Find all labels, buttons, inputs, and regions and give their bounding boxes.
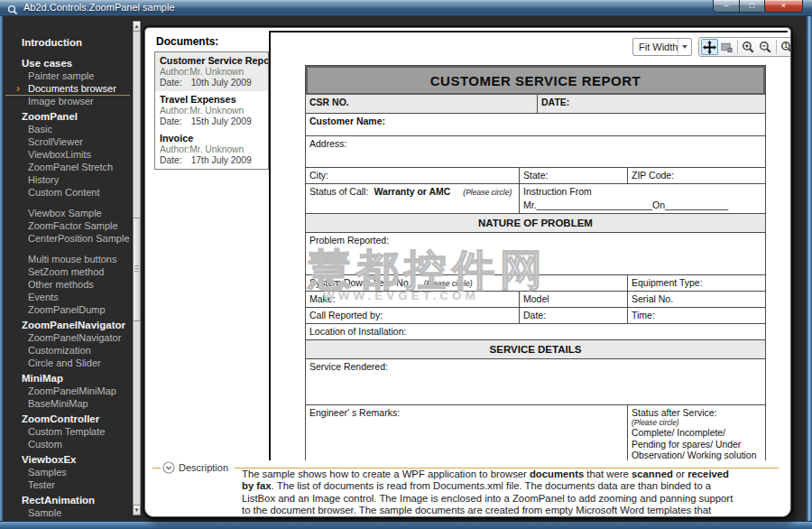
documents-listbox[interactable]: Customer Service ReportAuthor:Mr. Unknow… xyxy=(154,51,269,170)
sidebar-item-viewboxlimits[interactable]: ViewboxLimits xyxy=(5,149,130,162)
field-csr-no: CSR NO. xyxy=(306,95,538,113)
field-date-header: DATE: xyxy=(538,95,765,113)
description-divider xyxy=(152,468,161,469)
sidebar-item-zoompanelminimap[interactable]: ZoomPanelMiniMap xyxy=(5,385,130,398)
section-service-details: SERVICE DETAILS xyxy=(306,340,765,359)
sidebar-item-painter-sample[interactable]: Painter sample xyxy=(5,70,130,83)
watermark-url: WWW.EVGET.COM xyxy=(323,289,479,302)
sidebar-item-label: ZoomPanelNavigator xyxy=(22,320,125,330)
move-icon xyxy=(703,41,716,54)
zoom-toolbar: 1 xyxy=(698,37,791,57)
field-service-rendered: Service Rendered: xyxy=(306,359,765,404)
sidebar-item-setzoom-method[interactable]: SetZoom method xyxy=(5,266,130,279)
sidebar-item-label: Other methods xyxy=(28,279,94,290)
sidebar-item-label: Circle and Slider xyxy=(28,357,101,368)
combobox-dropdown[interactable] xyxy=(678,39,691,55)
sidebar-item-label: Events xyxy=(28,292,59,302)
close-button[interactable]: × xyxy=(764,0,803,13)
sidebar-item-documents-browser[interactable]: ›Documents browser xyxy=(5,83,130,96)
window-title: Ab2d.Controls.ZoomPanel sample xyxy=(23,2,175,13)
sidebar-item-label: ScrollViewer xyxy=(28,136,83,147)
rect-zoom-button[interactable] xyxy=(718,39,735,55)
document-list-item[interactable]: InvoiceAuthor:Mr. UnknownDate:17th July … xyxy=(155,130,268,169)
minimize-button[interactable]: – xyxy=(713,0,739,13)
sidebar-item-zoompaneldump[interactable]: ZoomPanelDump xyxy=(5,304,130,317)
sidebar-item-viewbox-sample[interactable]: Viewbox Sample xyxy=(5,208,130,220)
sidebar-item-multi-mouse-buttons[interactable]: Multi mouse buttons xyxy=(5,254,130,266)
sidebar-item-label: Tester xyxy=(28,479,55,490)
sidebar-scrollbar[interactable]: ▲ ▼ xyxy=(132,20,142,516)
zoom-out-button[interactable] xyxy=(757,39,774,55)
sidebar-item-minimap[interactable]: MiniMap xyxy=(5,373,130,385)
sidebar-item-label: ZoomPanelNavigator xyxy=(28,332,121,343)
document-preview[interactable]: CUSTOMER SERVICE REPORT CSR NO. DATE: Cu… xyxy=(269,31,788,460)
zoom-mode-combobox[interactable]: Fit Width xyxy=(632,38,692,56)
description-label: Description xyxy=(179,462,228,473)
sidebar-item-label: Samples xyxy=(28,467,67,478)
sidebar-item-history[interactable]: History xyxy=(5,174,130,187)
description-expander-button[interactable] xyxy=(162,461,175,474)
sidebar-item-zoomcontroller[interactable]: ZoomController xyxy=(5,413,130,426)
sidebar-item-label: ZoomPanel Stretch xyxy=(28,162,113,172)
sidebar-item-label: MiniMap xyxy=(22,373,63,384)
sidebar-item-use-cases[interactable]: Use cases xyxy=(5,58,130,70)
sidebar-item-zoompanel[interactable]: ZoomPanel xyxy=(5,111,130,124)
sidebar-item-viewboxex[interactable]: ViewboxEx xyxy=(5,454,130,467)
sidebar-item-baseminimap[interactable]: BaseMiniMap xyxy=(5,398,130,411)
description-text: The sample shows how to create a WPF app… xyxy=(242,469,734,517)
sidebar-item-zoompanelnavigator[interactable]: ZoomPanelNavigator xyxy=(5,332,130,345)
chevron-down-circle-icon xyxy=(162,461,175,474)
sidebar-item-basic[interactable]: Basic xyxy=(5,124,130,136)
sidebar-item-centerposition-sample[interactable]: CenterPosition Sample xyxy=(5,233,130,246)
field-equipment-type: Equipment Type: xyxy=(628,275,765,291)
document-author: Author:Mr. Unknown xyxy=(160,144,263,154)
scrollbar-down-icon[interactable]: ▼ xyxy=(133,505,141,515)
sidebar-item-label: ZoomFactor Sample xyxy=(28,220,118,231)
svg-text:1: 1 xyxy=(784,42,788,49)
document-list-item[interactable]: Travel ExpensesAuthor:Mr. UnknownDate:15… xyxy=(155,91,268,130)
sidebar-item-zoompanel-stretch[interactable]: ZoomPanel Stretch xyxy=(5,162,130,174)
zoom-reset-button[interactable]: 1 xyxy=(779,39,791,55)
field-date2: Date: xyxy=(520,308,628,323)
document-author: Author:Mr. Unknown xyxy=(160,106,263,116)
move-tool-button[interactable] xyxy=(701,39,718,55)
sidebar-item-rectanimation[interactable]: RectAnimation xyxy=(5,495,130,507)
zoom-in-button[interactable] xyxy=(740,39,757,55)
zoom-out-icon xyxy=(759,41,772,54)
sidebar-item-other-methods[interactable]: Other methods xyxy=(5,279,130,292)
scrollbar-up-icon[interactable]: ▲ xyxy=(133,21,141,32)
title-bar[interactable]: Ab2d.Controls.ZoomPanel sample – □ × xyxy=(0,0,812,16)
field-address: Address: xyxy=(306,136,765,167)
sidebar-item-image-browser[interactable]: Image browser xyxy=(5,96,130,108)
window-border-bottom xyxy=(0,521,812,529)
field-status-after-service: Status after Service: (Please circle) Co… xyxy=(628,405,765,460)
sidebar-item-custom-template[interactable]: Custom Template xyxy=(5,426,130,439)
sidebar-item-custom[interactable]: Custom xyxy=(5,439,130,451)
sidebar-item-zoomfactor-sample[interactable]: ZoomFactor Sample xyxy=(5,220,130,233)
sidebar-item-scrollviewer[interactable]: ScrollViewer xyxy=(5,136,130,149)
sidebar-item-samples[interactable]: Samples xyxy=(5,467,130,479)
please-circle-note: (Please circle) xyxy=(632,418,761,427)
sidebar-item-zoompanelnavigator[interactable]: ZoomPanelNavigator xyxy=(5,320,130,332)
sidebar-item-circle-and-slider[interactable]: Circle and Slider xyxy=(5,357,130,370)
sidebar-item-sample[interactable]: Sample xyxy=(5,507,130,516)
sidebar-item-label: History xyxy=(28,174,59,185)
sidebar-item-events[interactable]: Events xyxy=(5,292,130,304)
sidebar-item-customization[interactable]: Customization xyxy=(5,345,130,357)
field-serial-no: Serial No. xyxy=(628,292,765,307)
application-window: Ab2d.Controls.ZoomPanel sample – □ × Int… xyxy=(0,0,812,529)
field-zip: ZIP Code: xyxy=(628,168,765,183)
sidebar-item-label: Custom Content xyxy=(28,187,99,198)
document-list-item[interactable]: Customer Service ReportAuthor:Mr. Unknow… xyxy=(155,52,268,91)
main-panel: Documents: Customer Service ReportAuthor… xyxy=(144,27,791,517)
sidebar-item-label: ZoomPanel xyxy=(22,111,78,122)
sidebar-item-tester[interactable]: Tester xyxy=(5,479,130,492)
sidebar-nav: IntroductionUse casesPainter sample›Docu… xyxy=(5,20,130,516)
scrollbar-thumb[interactable] xyxy=(133,218,141,321)
rect-zoom-icon xyxy=(720,41,734,54)
zoom-reset-icon: 1 xyxy=(780,41,791,54)
maximize-button[interactable]: □ xyxy=(739,0,764,13)
sidebar-item-label: Customization xyxy=(28,345,91,356)
sidebar-item-introduction[interactable]: Introduction xyxy=(5,37,130,50)
sidebar-item-custom-content[interactable]: Custom Content xyxy=(5,187,130,200)
